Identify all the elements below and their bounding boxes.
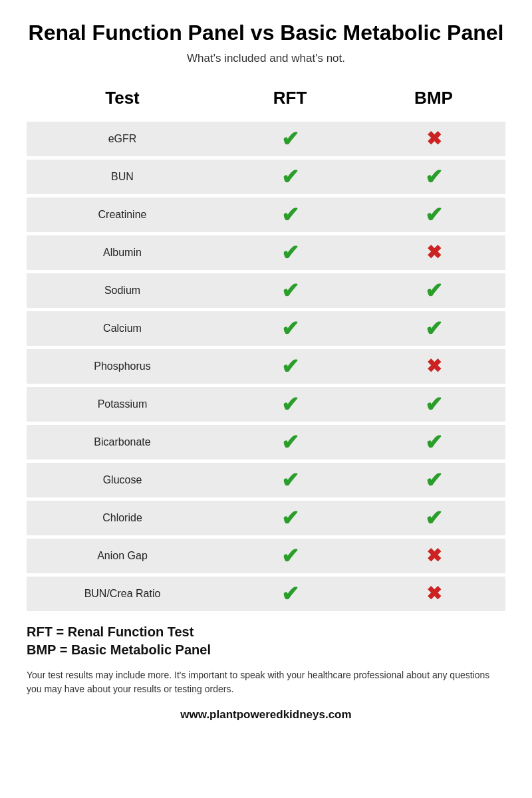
- test-cell: Chloride: [27, 501, 218, 535]
- test-cell: Albumin: [27, 235, 218, 270]
- check-icon: ✔: [425, 394, 443, 415]
- table-row: Chloride✔✔: [27, 501, 505, 535]
- footnote: Your test results may include more. It's…: [27, 668, 505, 696]
- rft-cell: ✔: [218, 425, 362, 460]
- website: www.plantpoweredkidneys.com: [27, 708, 505, 722]
- bmp-cell: ✖: [362, 577, 505, 611]
- check-icon: ✔: [425, 318, 443, 339]
- rft-cell: ✔: [218, 501, 362, 535]
- check-icon: ✔: [281, 469, 299, 491]
- check-icon: ✔: [281, 394, 299, 415]
- table-row: BUN✔✔: [27, 160, 505, 194]
- bmp-cell: ✖: [362, 349, 505, 384]
- test-cell: Phosphorus: [27, 349, 218, 384]
- bmp-cell: ✔: [362, 198, 505, 232]
- cross-icon: ✖: [426, 585, 442, 603]
- check-icon: ✔: [281, 204, 299, 225]
- table-row: Creatinine✔✔: [27, 198, 505, 232]
- check-icon: ✔: [281, 432, 299, 453]
- table-row: Bicarbonate✔✔: [27, 425, 505, 460]
- check-icon: ✔: [281, 166, 299, 188]
- test-cell: Bicarbonate: [27, 425, 218, 460]
- check-icon: ✔: [425, 204, 443, 225]
- rft-cell: ✔: [218, 235, 362, 270]
- test-cell: Calcium: [27, 311, 218, 346]
- test-cell: BUN/Crea Ratio: [27, 577, 218, 611]
- cross-icon: ✖: [426, 547, 442, 565]
- page-title: Renal Function Panel vs Basic Metabolic …: [27, 20, 505, 45]
- bmp-cell: ✖: [362, 235, 505, 270]
- legend-bmp: BMP = Basic Metabolic Panel: [27, 642, 505, 658]
- cross-icon: ✖: [426, 243, 442, 262]
- table-row: Glucose✔✔: [27, 463, 505, 497]
- rft-cell: ✔: [218, 122, 362, 156]
- table-row: eGFR✔✖: [27, 122, 505, 156]
- check-icon: ✔: [281, 128, 299, 150]
- table-row: Albumin✔✖: [27, 235, 505, 270]
- col-header-bmp: BMP: [362, 78, 505, 118]
- check-icon: ✔: [281, 318, 299, 339]
- subtitle: What's included and what's not.: [27, 52, 505, 65]
- test-cell: eGFR: [27, 122, 218, 156]
- rft-cell: ✔: [218, 577, 362, 611]
- table-row: Potassium✔✔: [27, 387, 505, 422]
- table-row: Sodium✔✔: [27, 273, 505, 308]
- check-icon: ✔: [281, 356, 299, 377]
- table-row: Calcium✔✔: [27, 311, 505, 346]
- col-header-rft: RFT: [218, 78, 362, 118]
- check-icon: ✔: [281, 583, 299, 604]
- bmp-cell: ✖: [362, 539, 505, 573]
- check-icon: ✔: [281, 507, 299, 529]
- cross-icon: ✖: [426, 130, 442, 148]
- bmp-cell: ✔: [362, 501, 505, 535]
- rft-cell: ✔: [218, 463, 362, 497]
- test-cell: BUN: [27, 160, 218, 194]
- table-body: eGFR✔✖BUN✔✔Creatinine✔✔Albumin✔✖Sodium✔✔…: [27, 122, 505, 611]
- bmp-cell: ✔: [362, 463, 505, 497]
- test-cell: Anion Gap: [27, 539, 218, 573]
- rft-cell: ✔: [218, 539, 362, 573]
- check-icon: ✔: [281, 545, 299, 567]
- col-header-test: Test: [27, 78, 218, 118]
- test-cell: Sodium: [27, 273, 218, 308]
- table-row: Anion Gap✔✖: [27, 539, 505, 573]
- bmp-cell: ✖: [362, 122, 505, 156]
- table-row: BUN/Crea Ratio✔✖: [27, 577, 505, 611]
- bmp-cell: ✔: [362, 387, 505, 422]
- cross-icon: ✖: [426, 357, 442, 376]
- rft-cell: ✔: [218, 198, 362, 232]
- bmp-cell: ✔: [362, 273, 505, 308]
- table-header: Test RFT BMP: [27, 78, 505, 118]
- bmp-cell: ✔: [362, 311, 505, 346]
- check-icon: ✔: [281, 242, 299, 263]
- rft-cell: ✔: [218, 160, 362, 194]
- check-icon: ✔: [425, 469, 443, 491]
- test-cell: Creatinine: [27, 198, 218, 232]
- rft-cell: ✔: [218, 387, 362, 422]
- rft-cell: ✔: [218, 311, 362, 346]
- rft-cell: ✔: [218, 273, 362, 308]
- check-icon: ✔: [425, 432, 443, 453]
- legend: RFT = Renal Function Test BMP = Basic Me…: [27, 624, 505, 658]
- legend-rft: RFT = Renal Function Test: [27, 624, 505, 640]
- table-row: Phosphorus✔✖: [27, 349, 505, 384]
- bmp-cell: ✔: [362, 160, 505, 194]
- test-cell: Glucose: [27, 463, 218, 497]
- bmp-cell: ✔: [362, 425, 505, 460]
- check-icon: ✔: [425, 280, 443, 301]
- check-icon: ✔: [425, 507, 443, 529]
- check-icon: ✔: [281, 280, 299, 301]
- check-icon: ✔: [425, 166, 443, 188]
- rft-cell: ✔: [218, 349, 362, 384]
- test-cell: Potassium: [27, 387, 218, 422]
